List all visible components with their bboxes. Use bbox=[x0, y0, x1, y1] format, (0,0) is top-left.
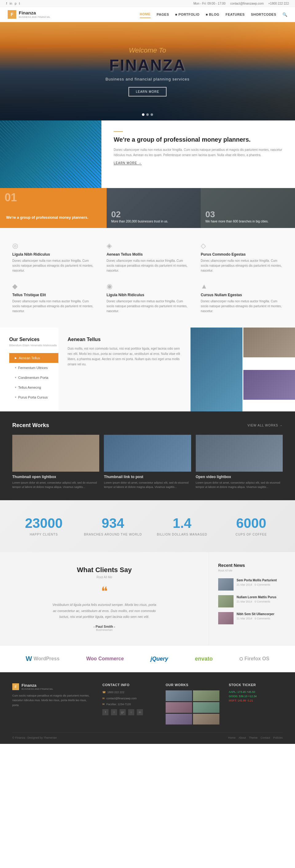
feature-3-icon: ◇ bbox=[201, 242, 283, 250]
ticker-change-1: +12.34 bbox=[248, 695, 257, 698]
footer-social-instagram[interactable]: in bbox=[137, 709, 143, 715]
features-section: ◎ Ligula Nibh Ridiculus Donec ullamcorpe… bbox=[0, 228, 295, 328]
footer-link-policies[interactable]: Policies bbox=[273, 736, 283, 739]
feature-5-text: Donec ullamcorper nulla non metus auctor… bbox=[107, 299, 189, 314]
feature-1-icon: ◎ bbox=[12, 242, 94, 250]
news-comments-0: 0 Comments bbox=[255, 583, 270, 586]
view-all-works[interactable]: VIEW ALL WORKS → bbox=[247, 424, 283, 427]
section-line bbox=[114, 131, 123, 132]
ticker-symbol-1: GOOG: bbox=[229, 695, 239, 698]
testimonials-author: - Paul Smith - bbox=[12, 625, 196, 628]
service-menu-item-0[interactable]: ▶ Aenean Tellus bbox=[9, 353, 58, 363]
service-image-main bbox=[190, 328, 242, 411]
footer-link-about[interactable]: About bbox=[238, 736, 246, 739]
footer-about-col: F Finanza BUSINESS AND FINANCIAL Cum soc… bbox=[12, 683, 93, 724]
footer-social-facebook[interactable]: f bbox=[102, 709, 109, 715]
hours-text: Mon - Fri: 09:00 - 17:00 bbox=[193, 2, 226, 5]
service-menu-item-3[interactable]: + Tellus Aenecng bbox=[9, 382, 58, 392]
footer-logo: F Finanza BUSINESS AND FINANCIAL bbox=[12, 683, 93, 690]
partner-woocommerce: Woo Commerce bbox=[86, 656, 124, 661]
hero-subtitle: Business and financial planning services bbox=[106, 77, 189, 82]
dot-1[interactable] bbox=[142, 113, 144, 116]
features-grid: ◎ Ligula Nibh Ridiculus Donec ullamcorpe… bbox=[12, 242, 283, 314]
nav-shortcodes[interactable]: Shortcodes bbox=[251, 11, 276, 18]
card-2-text: More than 200,000 businesses trust in us… bbox=[111, 219, 196, 223]
news-date-1: 21 Mar 2014 bbox=[237, 600, 252, 603]
work-item-1: Thumbnail link to post Lorem ipsum dolor… bbox=[104, 435, 191, 490]
service-image-2 bbox=[243, 328, 295, 357]
news-meta-1: 21 Mar 2014 0 Comments bbox=[237, 600, 286, 603]
footer-logo-name: Finanza bbox=[22, 683, 36, 688]
about-content: We're a group of professional money plan… bbox=[101, 120, 295, 188]
twitter-icon[interactable]: t bbox=[19, 2, 20, 5]
hero-learn-more-button[interactable]: LEARN MORE bbox=[128, 87, 167, 96]
card-3-num: 03 bbox=[205, 210, 290, 219]
news-content-2: Nibh Sem Sit Ullamcorper 21 Mar 2014 0 C… bbox=[237, 612, 286, 620]
footer-copyright: © Finanza - Designed by ThemeVan bbox=[12, 736, 57, 739]
nav-home[interactable]: Home bbox=[140, 11, 151, 18]
facebook-icon[interactable]: f bbox=[6, 2, 7, 5]
footer-ticker-col: STOCK TICKER AAPL: 173.45 +45.50 GOOG: 5… bbox=[229, 683, 283, 724]
services-left: Our Services Bibendum Etiam Venenatis Ma… bbox=[0, 328, 58, 411]
partner-firefoxos: ⬡ Firefox OS bbox=[239, 656, 269, 661]
services-section: Our Services Bibendum Etiam Venenatis Ma… bbox=[0, 328, 295, 411]
footer-social-twitter[interactable]: t bbox=[111, 709, 117, 715]
feature-4-text: Donec ullamcorper nulla non metus auctor… bbox=[12, 299, 94, 314]
testimonials-sub: Root All Me bbox=[12, 576, 196, 579]
card-2-num: 02 bbox=[111, 210, 196, 219]
work-image-1[interactable] bbox=[104, 435, 191, 472]
service-menu-label-3: Tellus Aenecng bbox=[18, 385, 41, 389]
service-menu-item-1[interactable]: + Fermentum Ultrices bbox=[9, 363, 58, 373]
stat-0: 23000 HAPPY CLIENTS bbox=[12, 516, 75, 537]
stat-num-1: 934 bbox=[82, 516, 144, 531]
footer-link-contact[interactable]: Contact bbox=[261, 736, 270, 739]
about-learn-more[interactable]: LEARN MORE → bbox=[114, 161, 142, 165]
footer-fax: Facsfax: 1234-7120 bbox=[106, 703, 131, 707]
feature-4-title: Tellus Tristique Elit bbox=[12, 293, 94, 297]
search-icon[interactable]: 🔍 bbox=[283, 12, 287, 17]
testimonials-role: Businessman bbox=[12, 628, 196, 631]
stat-num-3: 6000 bbox=[220, 516, 283, 531]
service-menu-item-4[interactable]: + Purus Porta Cursus bbox=[9, 392, 58, 402]
news-img-2 bbox=[218, 612, 234, 624]
testimonials-title: What Clients Say bbox=[12, 566, 196, 574]
pinterest-icon[interactable]: p bbox=[15, 2, 17, 5]
footer-logo-sub: BUSINESS AND FINANCIAL bbox=[22, 688, 53, 690]
footer-logo-text-block: Finanza BUSINESS AND FINANCIAL bbox=[22, 683, 53, 690]
dot-2[interactable] bbox=[146, 113, 149, 116]
footer-social-circle[interactable]: ○ bbox=[128, 709, 134, 715]
cards-row: 01 We're a group of professional money p… bbox=[0, 188, 295, 228]
feature-1: ◎ Ligula Nibh Ridiculus Donec ullamcorpe… bbox=[12, 242, 94, 273]
nav-portfolio[interactable]: ■ Portfolio bbox=[175, 11, 200, 18]
footer-link-theme[interactable]: Theme bbox=[249, 736, 258, 739]
footer-contact-email: ✉ contact@finanzawp.com bbox=[102, 696, 156, 701]
footer-contact-title: CONTACT INFO bbox=[102, 683, 156, 687]
stat-num-2: 1.4 bbox=[151, 516, 213, 531]
work-item-0: Thumbnail open lightbox Lorem ipsum dolo… bbox=[12, 435, 99, 490]
work-image-2[interactable] bbox=[196, 435, 283, 472]
testimonials: What Clients Say Root All Me ❝ Vestibulu… bbox=[0, 552, 209, 645]
nav-blog[interactable]: ■ Blog bbox=[206, 11, 219, 18]
arrow-icon-1: + bbox=[15, 366, 16, 369]
work-title-2: Open video lightbox bbox=[196, 475, 283, 479]
nav-features[interactable]: Features bbox=[226, 11, 245, 18]
footer-link-home[interactable]: Home bbox=[228, 736, 235, 739]
arrow-icon-4: + bbox=[15, 396, 16, 399]
linkedin-icon[interactable]: in bbox=[9, 2, 12, 5]
ticker-0: AAPL: 173.45 +45.50 bbox=[229, 690, 283, 693]
news-title: Recent News bbox=[218, 563, 286, 568]
news-date-0: 21 Mar 2014 bbox=[237, 583, 252, 586]
service-menu-item-2[interactable]: + Condimentum Porta bbox=[9, 373, 58, 382]
footer-social-googleplus[interactable]: g+ bbox=[120, 709, 126, 715]
logo-icon: F bbox=[8, 10, 16, 19]
dot-3[interactable] bbox=[151, 113, 153, 116]
footer-work-2 bbox=[166, 702, 192, 713]
work-image-0[interactable] bbox=[12, 435, 99, 472]
site-footer: F Finanza BUSINESS AND FINANCIAL Cum soc… bbox=[0, 672, 295, 744]
footer-bottom-links: Home About Theme Contact Policies bbox=[228, 736, 283, 739]
news-section: Recent News Root All Me Sem Porta Mollis… bbox=[209, 552, 295, 645]
nav-pages[interactable]: Pages bbox=[157, 11, 169, 18]
quote-icon: ❝ bbox=[12, 585, 196, 597]
fax-icon: ✉ bbox=[102, 703, 105, 707]
email-icon: ✉ bbox=[102, 696, 105, 701]
